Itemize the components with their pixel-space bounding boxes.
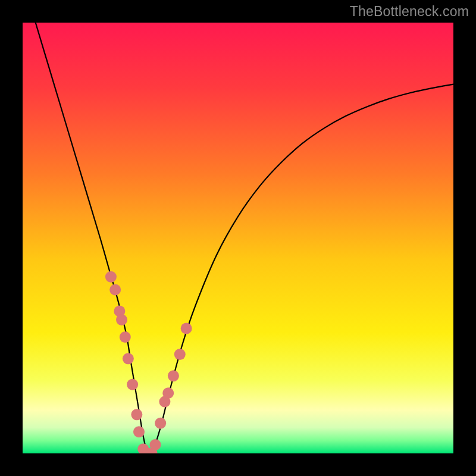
marker-dot	[149, 439, 161, 450]
chart-frame: TheBottleneck.com	[0, 0, 476, 476]
marker-dot	[181, 323, 192, 334]
marker-dot	[109, 284, 121, 295]
chart-background	[23, 23, 453, 453]
marker-dot	[168, 370, 179, 381]
marker-dot	[162, 387, 174, 399]
marker-dot	[174, 349, 186, 360]
marker-dot	[105, 271, 117, 283]
marker-dot	[123, 353, 134, 364]
marker-dot	[127, 379, 138, 390]
marker-dot	[120, 331, 131, 343]
marker-dot	[155, 418, 166, 429]
marker-dot	[133, 426, 145, 437]
watermark-text: TheBottleneck.com	[350, 4, 469, 20]
chart-svg	[23, 23, 453, 453]
plot-area	[23, 23, 453, 453]
marker-dot	[131, 409, 142, 420]
marker-dot	[116, 314, 127, 325]
